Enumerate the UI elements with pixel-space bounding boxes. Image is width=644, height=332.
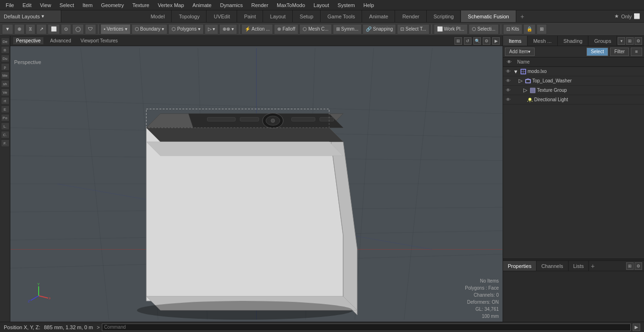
tool-symmetry2[interactable]: ⊞ Symm...	[333, 24, 362, 34]
list-item-washer[interactable]: 👁 ▷ Top_Load_Washer	[503, 76, 644, 86]
sidebar-tool-vert[interactable]: Ve	[1, 89, 9, 96]
filter-button[interactable]: Filter	[610, 48, 629, 56]
menu-edit[interactable]: Edit	[19, 1, 35, 9]
expand-icon-texture[interactable]: ▷	[522, 87, 528, 94]
sidebar-tool-f[interactable]: F.	[1, 139, 9, 147]
tool-polygons[interactable]: ⬡ Polygons ▾	[168, 24, 204, 34]
list-item-dir-light[interactable]: 👁 Directional Light	[503, 95, 644, 105]
expand-icon-root[interactable]: ▼	[512, 68, 519, 75]
menu-render[interactable]: Render	[248, 1, 272, 9]
tool-symmetry[interactable]: ⊕⊗ ▾	[219, 24, 237, 34]
tab-topology[interactable]: Topology	[172, 10, 206, 22]
tool-selecti[interactable]: ⬡ Selecti...	[469, 24, 499, 34]
prop-tab-properties[interactable]: Properties	[503, 261, 537, 271]
sidebar-tool-5[interactable]: rt	[1, 97, 9, 105]
menu-vertex-map[interactable]: Vertex Map	[154, 1, 188, 9]
menu-geometry[interactable]: Geometry	[97, 1, 127, 9]
tool-action[interactable]: ⚡ Action ...	[241, 24, 273, 34]
tab-add-button[interactable]: +	[517, 10, 528, 22]
tab-paint[interactable]: Paint	[238, 10, 263, 22]
vis-icon-washer[interactable]: 👁	[505, 78, 512, 84]
tool-falloff[interactable]: ⊗ Falloff	[274, 24, 298, 34]
prop-add-button[interactable]: +	[589, 262, 596, 270]
menu-help[interactable]: Help	[360, 1, 378, 9]
menu-dynamics[interactable]: Dynamics	[216, 1, 247, 9]
prop-tab-channels[interactable]: Channels	[537, 261, 568, 271]
viewport-search[interactable]: 🔍	[473, 37, 481, 45]
viewport-home[interactable]: ⊞	[454, 37, 462, 45]
viewport-settings[interactable]: ⚙	[483, 37, 490, 45]
add-item-button[interactable]: Add Item ▾	[505, 48, 535, 56]
sidebar-tool-1[interactable]: De	[1, 38, 9, 45]
sidebar-tool-pol[interactable]: Po	[1, 114, 9, 121]
sidebar-tool-mesh[interactable]: Me	[1, 72, 9, 79]
tab-model[interactable]: Model	[144, 10, 172, 22]
tab-game-tools[interactable]: Game Tools	[321, 10, 363, 22]
sidebar-tool-dup[interactable]: Du	[1, 55, 9, 62]
tool-boundary[interactable]: ⬡ Boundary ▾	[132, 24, 167, 34]
viewport-tab-perspective[interactable]: Perspective	[13, 37, 43, 44]
menu-file[interactable]: File	[2, 1, 18, 9]
menu-item[interactable]: Item	[79, 1, 96, 9]
select-button[interactable]: Select	[586, 48, 608, 56]
viewport-3d[interactable]: Perspective Advanced Viewport Textures ⊞…	[10, 36, 503, 322]
tab-uvedit[interactable]: UVEdit	[207, 10, 237, 22]
maximize-icon[interactable]: ⬜	[634, 13, 640, 19]
prop-settings-icon[interactable]: ⚙	[635, 262, 642, 270]
tool-move[interactable]: ⧖	[25, 24, 35, 34]
tool-fullscreen[interactable]: ⊞	[537, 24, 547, 34]
command-execute-button[interactable]: ▶	[633, 324, 640, 331]
viewport-tab-textures[interactable]: Viewport Textures	[78, 37, 121, 44]
tool-work-plane[interactable]: ⬜ Work Pl...	[434, 24, 468, 34]
tool-select-mode[interactable]: ▼	[2, 24, 13, 34]
panel-ctrl-1[interactable]: ▾	[618, 37, 625, 45]
menu-view[interactable]: View	[36, 1, 55, 9]
tab-schematic-fusion[interactable]: Schematic Fusion	[461, 10, 516, 22]
sidebar-tool-3[interactable]: p	[1, 63, 9, 71]
panel-more[interactable]: ≡	[631, 48, 642, 56]
layout-dropdown[interactable]: Default Layouts ▾	[0, 10, 61, 22]
sidebar-tool-e[interactable]: E	[1, 105, 9, 113]
tool-kits[interactable]: ⊡ Kits	[503, 24, 522, 34]
tool-box[interactable]: ⬜	[48, 24, 60, 34]
command-input[interactable]	[102, 324, 631, 331]
list-item-texture-group[interactable]: 👁 ▷ Texture Group	[503, 86, 644, 95]
tool-select-t[interactable]: ⊡ Select T...	[397, 24, 429, 34]
expand-icon-washer[interactable]: ▷	[517, 78, 524, 84]
sidebar-tool-2[interactable]: B	[1, 46, 9, 54]
tool-mode[interactable]: ▷ ▾	[205, 24, 219, 34]
menu-select[interactable]: Select	[56, 1, 78, 9]
prop-tab-lists[interactable]: Lists	[569, 261, 589, 271]
panel-settings[interactable]: ⚙	[635, 37, 642, 45]
panel-tab-items[interactable]: Items	[503, 36, 528, 46]
menu-animate[interactable]: Animate	[189, 1, 215, 9]
tool-add[interactable]: ⊕	[14, 24, 25, 34]
sidebar-tool-4[interactable]: sh	[1, 80, 9, 88]
tool-lasso[interactable]: ◯	[72, 24, 84, 34]
tool-snapping[interactable]: 🔗 Snapping	[363, 24, 396, 34]
tab-scripting[interactable]: Scripting	[427, 10, 461, 22]
panel-tab-shading[interactable]: Shading	[558, 36, 588, 46]
tab-layout[interactable]: Layout	[264, 10, 293, 22]
viewport-tab-advanced[interactable]: Advanced	[47, 37, 74, 44]
tool-mesh[interactable]: ⬡ Mesh C...	[299, 24, 332, 34]
prop-expand-icon[interactable]: ⊞	[626, 262, 634, 270]
panel-expand[interactable]: ⊞	[626, 37, 634, 45]
viewport-reset[interactable]: ↺	[464, 37, 471, 45]
menu-system[interactable]: System	[334, 1, 359, 9]
tab-setup[interactable]: Setup	[293, 10, 321, 22]
expand-icon-light[interactable]	[522, 97, 526, 103]
tool-vertices[interactable]: ▪ Vertices ▾	[100, 24, 131, 34]
viewport-expand[interactable]: ▶	[492, 37, 500, 45]
tool-lock[interactable]: 🔒	[523, 24, 536, 34]
tab-animate[interactable]: Animate	[363, 10, 395, 22]
vis-icon-root[interactable]: 👁	[505, 68, 512, 75]
tool-shield[interactable]: 🛡	[85, 24, 96, 34]
sidebar-tool-l[interactable]: L.	[1, 122, 9, 130]
vis-icon-texture[interactable]: 👁	[505, 87, 512, 94]
tab-render[interactable]: Render	[396, 10, 426, 22]
tool-circle[interactable]: ⊙	[61, 24, 71, 34]
panel-tab-groups[interactable]: Groups	[588, 36, 617, 46]
panel-tab-mesh[interactable]: Mesh ...	[528, 36, 558, 46]
list-item-root[interactable]: 👁 ▼ modo.lxo	[503, 67, 644, 76]
